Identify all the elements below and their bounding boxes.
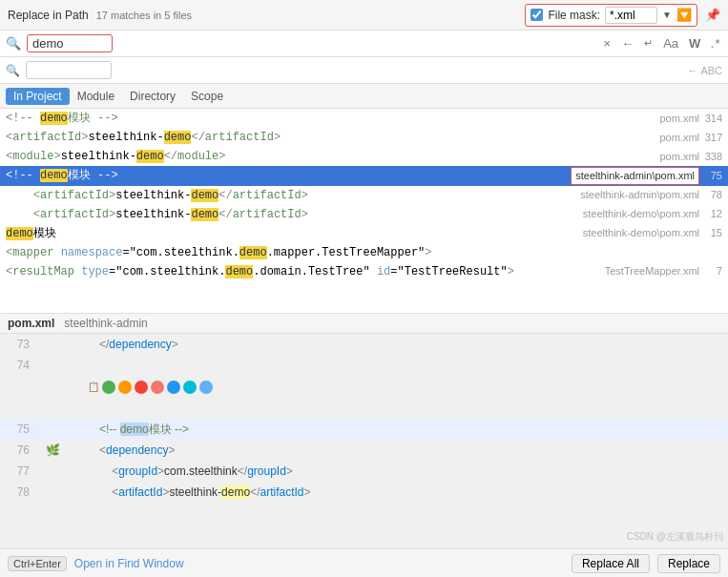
line-content: <artifactId>steelthink-demo</artifactId> bbox=[61, 482, 311, 503]
search-input[interactable] bbox=[27, 34, 113, 52]
code-line: 77 <groupId>com.steelthink</groupId> bbox=[0, 461, 728, 482]
browser-icon-orange bbox=[118, 381, 132, 394]
result-row[interactable]: <artifactId>steelthink-demo</artifactId>… bbox=[0, 186, 728, 205]
replace-all-button[interactable]: Replace All bbox=[572, 554, 650, 573]
result-row[interactable]: <!-- demo模块 --> pom.xml 314 bbox=[0, 109, 728, 128]
result-content: <artifactId>steelthink-demo</artifactId> bbox=[6, 129, 650, 146]
file-mask-input[interactable] bbox=[605, 7, 657, 24]
result-filename: steelthink-demo\pom.xml bbox=[573, 206, 699, 222]
line-number: 75 bbox=[0, 419, 38, 440]
results-area[interactable]: <!-- demo模块 --> pom.xml 314 <artifactId>… bbox=[0, 109, 728, 314]
search-icon: 🔍 bbox=[6, 36, 21, 51]
result-filename: pom.xml bbox=[650, 130, 699, 146]
code-line: 76 🌿 <dependency> bbox=[0, 440, 728, 461]
result-content: <artifactId>steelthink-demo</artifactId> bbox=[6, 187, 571, 204]
tab-scope[interactable]: Scope bbox=[183, 88, 231, 105]
result-row[interactable]: <mapper namespace="com.steelthink.demo.m… bbox=[0, 243, 728, 262]
result-filename: pom.xml bbox=[650, 149, 699, 165]
code-header: pom.xml steelthink-admin bbox=[0, 314, 728, 334]
kbd-shortcut: Ctrl+Enter bbox=[8, 556, 67, 571]
result-right-panel: pom.xml 317 bbox=[650, 130, 722, 146]
result-row[interactable]: <artifactId>steelthink-demo</artifactId>… bbox=[0, 205, 728, 224]
browser-icon-cyan bbox=[183, 381, 197, 394]
result-line: 314 bbox=[703, 111, 722, 127]
search-actions: × ← ↵ Aa W .* bbox=[601, 35, 722, 52]
result-filename: steelthink-admin\pom.xml bbox=[571, 187, 699, 203]
result-line: 338 bbox=[703, 149, 722, 165]
result-row[interactable]: <module>steelthink-demo</module> pom.xml… bbox=[0, 147, 728, 166]
result-right-panel: steelthink-admin\pom.xml 75 bbox=[571, 167, 722, 185]
file-mask-container: File mask: ▼ 🔽 bbox=[525, 4, 697, 27]
result-line: 317 bbox=[703, 130, 722, 146]
filter-icon[interactable]: 🔽 bbox=[676, 8, 692, 22]
result-line: 78 bbox=[703, 187, 722, 203]
result-row[interactable]: <artifactId>steelthink-demo</artifactId>… bbox=[0, 128, 728, 147]
regex-button[interactable]: .* bbox=[708, 35, 722, 52]
result-filename: TestTreeMapper.xml bbox=[595, 263, 699, 279]
line-number: 76 bbox=[0, 440, 38, 461]
line-content: <!-- demo模块 --> bbox=[61, 419, 189, 440]
search-bar: 🔍 × ← ↵ Aa W .* bbox=[0, 31, 728, 57]
code-filename: pom.xml bbox=[8, 317, 54, 330]
result-right-panel: pom.xml 338 bbox=[650, 149, 722, 165]
browser-icon-red2 bbox=[151, 381, 164, 394]
code-line: 73 </dependency> bbox=[0, 334, 728, 355]
replace-button[interactable]: Replace bbox=[657, 554, 720, 573]
result-content: <!-- demo模块 --> bbox=[6, 167, 571, 184]
prev-match-button[interactable]: ← bbox=[618, 35, 636, 52]
result-line: 7 bbox=[703, 263, 722, 279]
tab-module[interactable]: Module bbox=[70, 88, 122, 105]
result-line: 75 bbox=[703, 168, 722, 184]
code-lines: 73 </dependency> 74 📋 75 bbox=[0, 334, 728, 525]
result-content: <resultMap type="com.steelthink.demo.dom… bbox=[6, 263, 595, 280]
browser-icon-blue bbox=[167, 381, 180, 394]
file-mask-label: File mask: bbox=[548, 9, 600, 22]
file-mask-checkbox[interactable] bbox=[530, 9, 543, 21]
result-content: <module>steelthink-demo</module> bbox=[6, 148, 650, 165]
result-content: <mapper namespace="com.steelthink.demo.m… bbox=[6, 244, 690, 261]
replace-back-button[interactable]: ← bbox=[687, 65, 697, 76]
code-line-highlighted: 75 <!-- demo模块 --> bbox=[0, 419, 728, 440]
scope-tabs: In Project Module Directory Scope bbox=[0, 84, 728, 109]
whole-word-button[interactable]: W bbox=[686, 35, 703, 52]
line-content: </dependency> bbox=[61, 334, 178, 355]
replace-input[interactable] bbox=[26, 61, 112, 79]
result-line: 15 bbox=[703, 225, 722, 241]
case-sensitive-button[interactable]: Aa bbox=[660, 35, 681, 52]
line-content: 📋 bbox=[61, 355, 213, 419]
line-content: <dependency> bbox=[61, 440, 175, 461]
result-right-panel: pom.xml 314 bbox=[650, 111, 722, 127]
abc-label: ABC bbox=[700, 65, 722, 76]
line-number: 78 bbox=[0, 482, 38, 503]
tab-directory[interactable]: Directory bbox=[122, 88, 183, 105]
browser-icon-red bbox=[135, 381, 148, 394]
clear-search-button[interactable]: × bbox=[601, 35, 614, 52]
line-number: 77 bbox=[0, 461, 38, 482]
result-right-panel: TestTreeMapper.xml 7 bbox=[595, 263, 722, 279]
replace-bar: 🔍 ← ABC bbox=[0, 57, 728, 84]
code-line: 74 📋 bbox=[0, 355, 728, 419]
tab-in-project[interactable]: In Project bbox=[6, 88, 70, 105]
result-line: 12 bbox=[703, 206, 722, 222]
result-right-panel: steelthink-admin\pom.xml 78 bbox=[571, 187, 722, 203]
result-row[interactable]: demo模块 steelthink-demo\pom.xml 15 bbox=[0, 224, 728, 243]
open-find-window-link[interactable]: Open in Find Window bbox=[74, 557, 184, 570]
bottom-bar: Ctrl+Enter Open in Find Window Replace A… bbox=[0, 548, 728, 577]
top-bar: Replace in Path 17 matches in 5 files Fi… bbox=[0, 0, 728, 31]
line-number: 74 bbox=[0, 355, 38, 376]
copy-icon[interactable]: 📋 bbox=[88, 377, 99, 398]
result-filename: pom.xml bbox=[650, 111, 699, 127]
browser-icon-green bbox=[102, 381, 115, 394]
result-row-selected[interactable]: <!-- demo模块 --> steelthink-admin\pom.xml… bbox=[0, 166, 728, 186]
code-path: steelthink-admin bbox=[64, 317, 147, 330]
replace-icon: 🔍 bbox=[6, 64, 20, 77]
line-number: 73 bbox=[0, 334, 38, 355]
next-match-button[interactable]: ↵ bbox=[641, 36, 655, 51]
result-row[interactable]: <resultMap type="com.steelthink.demo.dom… bbox=[0, 262, 728, 281]
result-content: <!-- demo模块 --> bbox=[6, 110, 650, 127]
title: Replace in Path bbox=[8, 9, 89, 22]
selected-file-badge: steelthink-admin\pom.xml bbox=[571, 167, 699, 185]
result-filename: steelthink-demo\pom.xml bbox=[573, 225, 699, 241]
file-mask-dropdown[interactable]: ▼ bbox=[662, 10, 672, 20]
pin-icon[interactable]: 📌 bbox=[705, 8, 720, 22]
